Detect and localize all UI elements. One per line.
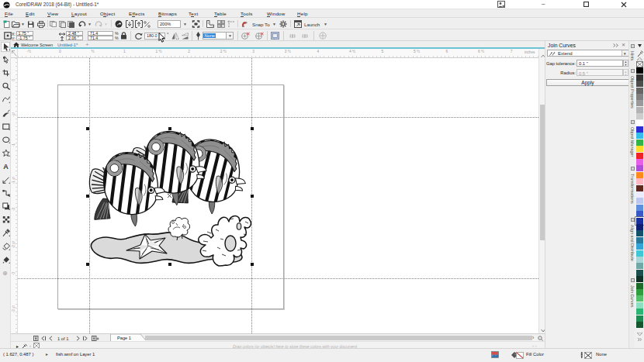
svg-text:1 of 1: 1 of 1 <box>57 336 69 341</box>
svg-text:A: A <box>3 163 9 171</box>
